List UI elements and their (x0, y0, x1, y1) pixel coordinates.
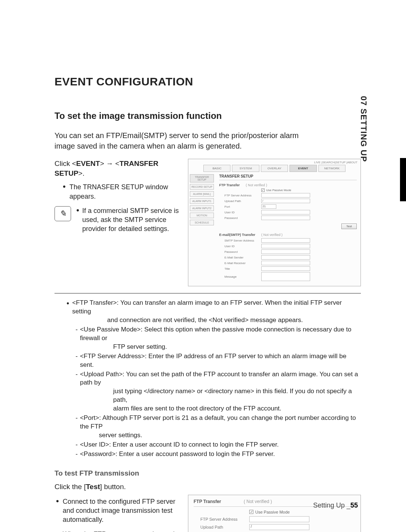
test-heading: To test FTP transmission (55, 469, 361, 477)
smtp-pass-input[interactable] (261, 249, 310, 254)
tab-network[interactable]: NETWORK (318, 165, 345, 172)
userid-input[interactable] (261, 210, 310, 214)
smtp-title-input[interactable] (261, 266, 310, 271)
ftp2-upload-input[interactable]: / (249, 524, 309, 530)
tab-basic[interactable]: BASIC (203, 165, 230, 172)
transfer-setup-ui: LIVE |SEARCH|SETUP |ABOUT BASIC SYSTEM O… (188, 159, 361, 286)
ftp-test-ui: FTP Transfer ( Not verified ) ✓ Use Pass… (188, 495, 361, 532)
side-motion[interactable]: MOTION (190, 213, 214, 218)
description-block: <FTP Transfer>: You can transfer an alar… (55, 299, 361, 459)
ftp2-title: FTP Transfer (194, 499, 221, 504)
ftp-server-input[interactable] (261, 193, 310, 198)
test-bullet-2: When the FTP server connection and trans… (56, 530, 180, 532)
smtp-user-label: User ID (224, 245, 258, 248)
smtp-server-label: SMTP Server Address (224, 239, 258, 242)
upload-path-input[interactable]: / (261, 199, 310, 203)
note-icon: ✎ (55, 206, 71, 221)
smtp-receiver-input[interactable] (261, 261, 310, 265)
port-input[interactable]: 21 (261, 204, 276, 209)
page-footer: Setting Up _55 (313, 502, 358, 509)
side-alarm-mail[interactable]: ALARM (MAIL) (190, 191, 214, 197)
side-schedule[interactable]: SCHEDULE (190, 220, 214, 225)
page-edge-tab (400, 158, 406, 201)
ftp2-server-input[interactable] (249, 516, 309, 522)
tab-overlay[interactable]: OVERLAY (261, 165, 288, 172)
bullet-window-appears: The TRNASFER SETUP window appears. (63, 182, 180, 201)
side-record-setup[interactable]: RECORD SETUP (190, 184, 214, 190)
side-alarm-input2[interactable]: ALARM INPUT2 (190, 205, 214, 211)
smtp-sender-label: E-Mail Sender (224, 256, 258, 259)
password-input[interactable] (261, 216, 310, 220)
note-text: If a commercial SMTP service is used, as… (76, 206, 180, 234)
smtp-status: ( Not verified ) (261, 233, 283, 237)
smtp-sender-input[interactable] (261, 255, 310, 260)
smtp-receiver-label: E-Mail Receiver (224, 261, 258, 265)
password-label: Password (224, 216, 258, 220)
intro-text: You can set an FTP/Email(SMTP) server to… (55, 130, 318, 151)
smtp-group-title: E-mail(SMTP) Transfer (219, 233, 255, 237)
port-label: Port (224, 205, 258, 208)
ftp-status: ( Not verified ) (246, 183, 267, 187)
page-heading: EVENT CONFIGURATION (55, 75, 361, 88)
tab-event[interactable]: EVENT (289, 165, 317, 172)
passive-mode-checkbox[interactable]: ✓ Use Passive Mode (261, 188, 291, 192)
smtp-server-input[interactable] (261, 238, 310, 243)
panel-title: TRANSFER SETUP (219, 174, 357, 180)
test-bullet-1: Connect to the configured FTP server and… (56, 497, 180, 524)
click-path: Click <EVENT> → <TRANSFER SETUP>. (55, 159, 180, 178)
ftp-group-title: FTP Transfer (219, 183, 240, 187)
side-alarm-input1[interactable]: ALARM INPUT1 (190, 198, 214, 204)
ftp2-upload-label: Upload Path (200, 525, 245, 529)
smtp-msg-label: Message (224, 275, 258, 278)
ftp2-status: ( Not verified ) (244, 499, 272, 504)
smtp-title-label: Title (224, 267, 258, 271)
separator (55, 293, 361, 293)
smtp-pass-label: Password (224, 250, 258, 254)
ftp2-passive-checkbox[interactable]: ✓ Use Passive Mode (249, 510, 290, 514)
chapter-side-tab: 07 SETTING UP (359, 96, 368, 162)
smtp-user-input[interactable] (261, 244, 310, 248)
ftp-server-label: FTP Server Address (224, 194, 258, 197)
breadcrumb: LIVE |SEARCH|SETUP |ABOUT (188, 159, 361, 165)
ftp2-server-label: FTP Server Address (200, 517, 245, 521)
tab-system[interactable]: SYSTEM (232, 165, 259, 172)
smtp-msg-input[interactable] (261, 272, 310, 281)
ftp-test-button[interactable]: Test (341, 223, 357, 229)
userid-label: User ID (224, 211, 258, 214)
upload-path-label: Upload Path (224, 199, 258, 203)
side-transfer-setup[interactable]: TRANSFER SETUP (190, 174, 214, 182)
section-heading: To set the image transmission function (55, 111, 361, 121)
click-test-line: Click the [Test] button. (55, 483, 361, 491)
